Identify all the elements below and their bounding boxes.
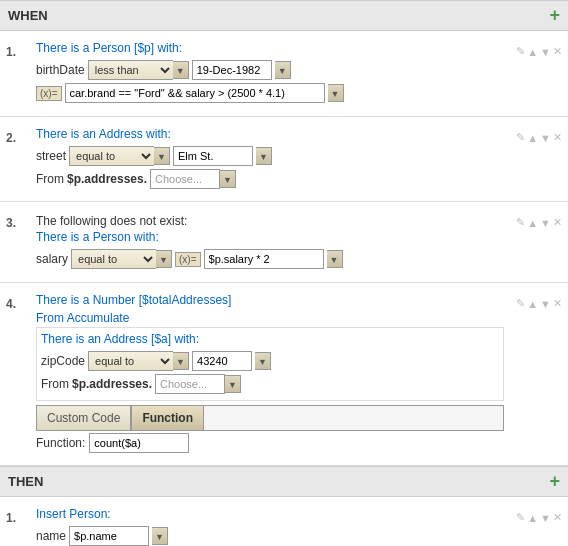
row-content-3: The following does not exist: There is a… (28, 208, 508, 276)
row2-edit-icon[interactable]: ✎ (516, 131, 525, 144)
row-number-4: 4. (0, 289, 28, 315)
operator-select-1[interactable]: less than equal to greater than (88, 60, 173, 80)
choose-dropdown-2[interactable]: ▼ (150, 169, 236, 189)
then-row-number-1: 1. (0, 503, 28, 529)
row1-edit-icon[interactable]: ✎ (516, 45, 525, 58)
from-var-2: $p.addresses. (67, 172, 147, 186)
row2-up-icon[interactable]: ▲ (527, 132, 538, 144)
row3-down-icon[interactable]: ▼ (540, 217, 551, 229)
row1-expr-condition: (x)= ▼ (28, 83, 504, 103)
operator-dropdown-arrow-2[interactable]: ▼ (154, 147, 170, 165)
row4-down-icon[interactable]: ▼ (540, 298, 551, 310)
from-var-4: $p.addresses. (72, 377, 152, 391)
row2-actions: ✎ ▲ ▼ ✕ (508, 123, 568, 148)
choose-dropdown-4[interactable]: ▼ (155, 374, 241, 394)
then-row1-title: Insert Person: (28, 507, 504, 523)
function-label: Function: (36, 436, 85, 450)
field-label-salary: salary (36, 252, 68, 266)
row2-from-line: From $p.addresses. ▼ (28, 169, 504, 189)
then-label: THEN (8, 474, 43, 489)
row-number-3: 3. (0, 208, 28, 234)
add-when-button[interactable]: + (549, 5, 560, 26)
value-input-name[interactable] (69, 526, 149, 546)
row4-inner-block: There is an Address [$a] with: zipCode e… (36, 327, 504, 401)
value-input-birthdate[interactable] (192, 60, 272, 80)
row2-delete-icon[interactable]: ✕ (553, 131, 562, 144)
field-label-name: name (36, 529, 66, 543)
then-row1-actions: ✎ ▲ ▼ ✕ (508, 503, 568, 528)
row1-down-icon[interactable]: ▼ (540, 46, 551, 58)
row-number-2: 2. (0, 123, 28, 149)
row1-title: There is a Person [$p] with: (28, 41, 504, 57)
row4-button-group: Custom Code Function (36, 405, 504, 431)
then-row1-condition-name: name ▼ (28, 526, 504, 546)
field-label-birthdate: birthDate (36, 63, 85, 77)
operator-select-2[interactable]: equal to less than greater than (69, 146, 154, 166)
value-dropdown-arrow-2[interactable]: ▼ (256, 147, 272, 165)
choose-dropdown-arrow-2[interactable]: ▼ (220, 170, 236, 188)
row3-delete-icon[interactable]: ✕ (553, 216, 562, 229)
when-row-4: 4. There is a Number [$totalAddresses] F… (0, 283, 568, 466)
row3-actions: ✎ ▲ ▼ ✕ (508, 208, 568, 233)
row1-actions: ✎ ▲ ▼ ✕ (508, 37, 568, 62)
add-then-button[interactable]: + (549, 471, 560, 492)
row4-inner-title: There is an Address [$a] with: (41, 332, 499, 348)
row4-up-icon[interactable]: ▲ (527, 298, 538, 310)
when-row-3: 3. The following does not exist: There i… (0, 202, 568, 283)
operator-dropdown-arrow-4[interactable]: ▼ (173, 352, 189, 370)
row4-delete-icon[interactable]: ✕ (553, 297, 562, 310)
row3-up-icon[interactable]: ▲ (527, 217, 538, 229)
then-row-1: 1. Insert Person: name ▼ ✎ ▲ ▼ ✕ (0, 497, 568, 546)
value-dropdown-arrow-1[interactable]: ▼ (275, 61, 291, 79)
then-row1-delete-icon[interactable]: ✕ (553, 511, 562, 524)
operator-dropdown-arrow-3[interactable]: ▼ (156, 250, 172, 268)
function-expr-input[interactable] (89, 433, 189, 453)
when-row-2: 2. There is an Address with: street equa… (0, 117, 568, 202)
row2-down-icon[interactable]: ▼ (540, 132, 551, 144)
expr-input-1[interactable] (65, 83, 325, 103)
operator-select-wrap-3[interactable]: equal to less than greater than ▼ (71, 249, 172, 269)
row4-inner-from-line: From $p.addresses. ▼ (41, 374, 499, 394)
operator-select-wrap-4[interactable]: equal to less than greater than ▼ (88, 351, 189, 371)
then-row1-edit-icon[interactable]: ✎ (516, 511, 525, 524)
row3-condition-salary: salary equal to less than greater than ▼… (28, 249, 504, 269)
fx-badge-3: (x)= (175, 252, 201, 267)
field-label-zipcode: zipCode (41, 354, 85, 368)
operator-dropdown-arrow-1[interactable]: ▼ (173, 61, 189, 79)
value-dropdown-arrow-4[interactable]: ▼ (255, 352, 271, 370)
choose-input-2[interactable] (150, 169, 220, 189)
choose-dropdown-arrow-4[interactable]: ▼ (225, 375, 241, 393)
value-dropdown-arrow-name[interactable]: ▼ (152, 527, 168, 545)
then-section: THEN + 1. Insert Person: name ▼ ✎ ▲ ▼ ✕ (0, 466, 568, 546)
operator-select-4[interactable]: equal to less than greater than (88, 351, 173, 371)
row4-edit-icon[interactable]: ✎ (516, 297, 525, 310)
when-label: WHEN (8, 8, 48, 23)
operator-select-wrap-2[interactable]: equal to less than greater than ▼ (69, 146, 170, 166)
then-row1-up-icon[interactable]: ▲ (527, 512, 538, 524)
row4-actions: ✎ ▲ ▼ ✕ (508, 289, 568, 314)
row3-edit-icon[interactable]: ✎ (516, 216, 525, 229)
expr-dropdown-arrow-3[interactable]: ▼ (327, 250, 343, 268)
from-label-4: From (41, 377, 69, 391)
expr-dropdown-arrow-1[interactable]: ▼ (328, 84, 344, 102)
then-row1-down-icon[interactable]: ▼ (540, 512, 551, 524)
row3-nested-title: There is a Person with: (28, 230, 504, 246)
expr-input-salary[interactable] (204, 249, 324, 269)
row4-accumulate-label: From Accumulate (28, 311, 504, 325)
row4-inner-condition-zipcode: zipCode equal to less than greater than … (41, 351, 499, 371)
value-input-street[interactable] (173, 146, 253, 166)
row-number-1: 1. (0, 37, 28, 63)
custom-code-button[interactable]: Custom Code (36, 405, 131, 431)
row1-delete-icon[interactable]: ✕ (553, 45, 562, 58)
value-input-zipcode[interactable] (192, 351, 252, 371)
row1-condition-birthdate: birthDate less than equal to greater tha… (28, 60, 504, 80)
function-button[interactable]: Function (131, 405, 204, 431)
from-label-2: From (36, 172, 64, 186)
choose-input-4[interactable] (155, 374, 225, 394)
when-section: WHEN + 1. There is a Person [$p] with: b… (0, 0, 568, 466)
then-header: THEN + (0, 466, 568, 497)
operator-select-wrap-1[interactable]: less than equal to greater than ▼ (88, 60, 189, 80)
row3-not-exist-title: The following does not exist: (28, 214, 504, 228)
operator-select-3[interactable]: equal to less than greater than (71, 249, 156, 269)
row1-up-icon[interactable]: ▲ (527, 46, 538, 58)
